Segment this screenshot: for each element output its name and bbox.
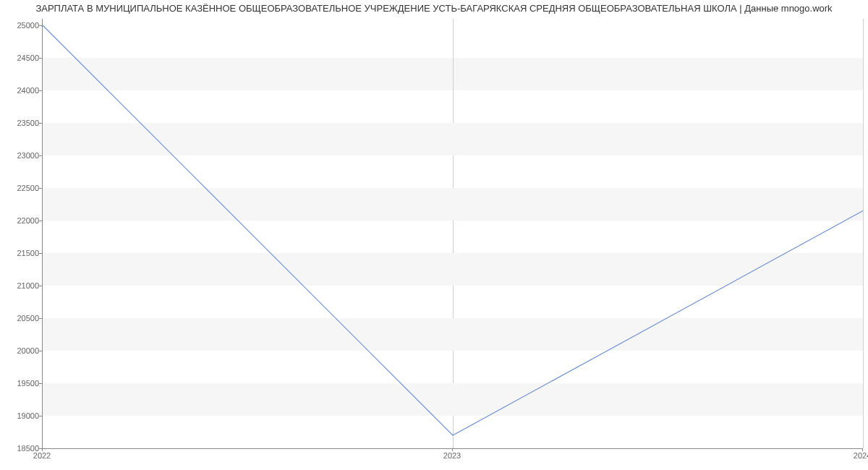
chart-title: ЗАРПЛАТА В МУНИЦИПАЛЬНОЕ КАЗЁННОЕ ОБЩЕОБ… [0, 3, 868, 14]
y-tick-label: 23500 [3, 119, 39, 127]
y-tick-label: 22500 [3, 184, 39, 192]
series-line [43, 25, 863, 435]
y-tick-label: 19500 [3, 379, 39, 388]
x-tick-mark [452, 448, 453, 451]
y-tick-mark [39, 188, 42, 189]
y-tick-label: 21000 [3, 281, 39, 290]
y-tick-mark [39, 351, 42, 351]
y-tick-label: 23000 [3, 151, 39, 160]
y-tick-label: 24500 [3, 54, 39, 62]
y-tick-label: 25000 [3, 21, 39, 30]
plot-area [42, 19, 863, 449]
y-tick-mark [39, 286, 42, 286]
x-tick-label: 2022 [33, 451, 51, 460]
x-gridline [863, 19, 864, 448]
y-tick-mark [39, 58, 42, 59]
y-tick-mark [39, 318, 42, 319]
x-tick-mark [862, 448, 863, 451]
y-tick-label: 20000 [3, 346, 39, 355]
x-tick-label: 2023 [443, 451, 461, 460]
line-series-svg [43, 19, 863, 448]
y-tick-mark [39, 416, 42, 416]
y-tick-mark [39, 383, 42, 384]
y-tick-label: 20500 [3, 314, 39, 322]
chart-container: ЗАРПЛАТА В МУНИЦИПАЛЬНОЕ КАЗЁННОЕ ОБЩЕОБ… [0, 0, 868, 470]
y-tick-mark [39, 90, 42, 91]
y-tick-mark [39, 221, 42, 221]
y-tick-label: 21500 [3, 249, 39, 257]
y-tick-mark [39, 25, 42, 26]
y-tick-mark [39, 123, 42, 124]
x-tick-mark [42, 448, 43, 451]
y-tick-mark [39, 155, 42, 156]
y-tick-mark [39, 253, 42, 254]
y-tick-label: 22000 [3, 216, 39, 225]
x-tick-label: 2024 [854, 451, 868, 460]
y-tick-label: 19000 [3, 411, 39, 420]
y-tick-label: 24000 [3, 86, 39, 95]
